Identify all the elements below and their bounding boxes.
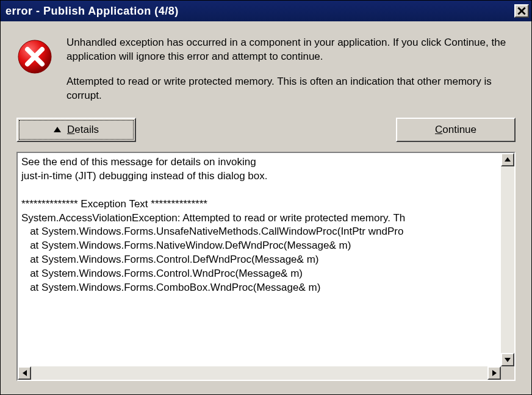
message-text: Unhandled exception has occurred in a co… <box>66 36 516 103</box>
exception-details-text[interactable]: See the end of this message for details … <box>18 153 501 366</box>
window-title: error - Publish Application (4/8) <box>5 5 179 18</box>
message-line-1: Unhandled exception has occurred in a co… <box>66 36 516 64</box>
details-button-label: Details <box>67 124 99 136</box>
continue-button-label: Continue <box>435 124 476 136</box>
scroll-up-button[interactable] <box>501 153 514 166</box>
details-panel: See the end of this message for details … <box>16 152 516 381</box>
scroll-down-button[interactable] <box>501 353 514 366</box>
arrow-up-icon <box>505 157 511 162</box>
message-area: Unhandled exception has occurred in a co… <box>1 21 531 109</box>
arrow-left-icon <box>23 370 27 376</box>
close-icon <box>517 7 526 15</box>
horizontal-scrollbar[interactable] <box>18 366 514 380</box>
hscroll-track[interactable] <box>31 366 487 380</box>
scrollbar-corner <box>501 366 514 380</box>
close-button[interactable] <box>514 4 529 18</box>
scroll-left-button[interactable] <box>18 366 31 380</box>
details-button[interactable]: Details <box>16 118 136 142</box>
scroll-right-button[interactable] <box>487 366 501 380</box>
message-line-2: Attempted to read or write protected mem… <box>66 75 516 103</box>
continue-button[interactable]: Continue <box>396 118 516 142</box>
arrow-right-icon <box>492 370 497 376</box>
titlebar: error - Publish Application (4/8) <box>1 1 531 21</box>
vscroll-track[interactable] <box>501 166 514 353</box>
error-icon <box>16 38 53 75</box>
vertical-scrollbar[interactable] <box>501 153 514 366</box>
error-dialog-window: error - Publish Application (4/8) Unhand… <box>0 0 532 395</box>
button-row: Details Continue <box>1 109 531 152</box>
collapse-icon <box>54 127 61 132</box>
arrow-down-icon <box>505 358 511 362</box>
